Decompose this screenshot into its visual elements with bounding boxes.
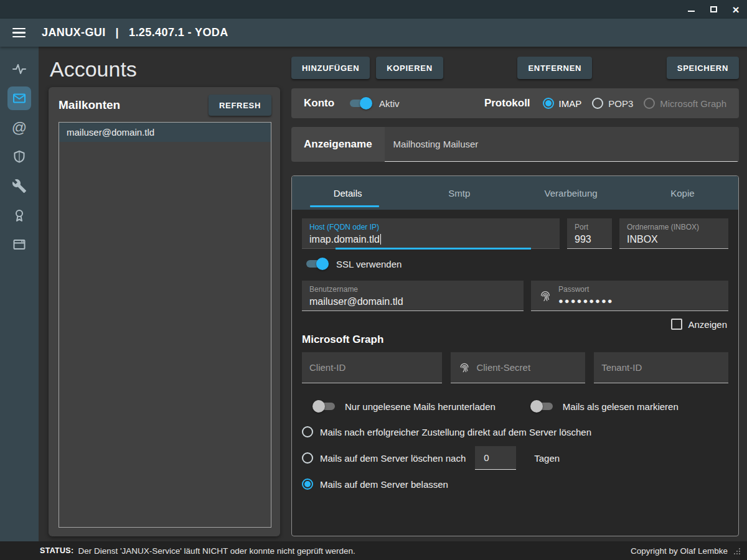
app-name: JANUX-GUI <box>42 26 106 39</box>
display-name-label: Anzeigename <box>304 138 372 151</box>
resize-grip-icon[interactable] <box>733 547 741 555</box>
inbox-field[interactable]: Ordnername (INBOX) INBOX <box>619 218 728 249</box>
side-nav: @ <box>0 47 39 541</box>
username-field[interactable]: Benutzername mailuser@domain.tld <box>302 281 524 311</box>
app-version: 1.25.407.1 - YODA <box>129 26 228 39</box>
status-bar: STATUS: Der Dienst 'JANUX-Service' läuft… <box>0 541 747 560</box>
toolbar: HINZUFÜGEN KOPIEREN ENTFERNEN SPEICHERN <box>291 57 739 79</box>
delete-option-immediate[interactable]: Mails nach erfolgreicher Zustellung dire… <box>302 426 728 437</box>
protocol-option-msgraph: Microsoft Graph <box>644 98 726 109</box>
radio-imap[interactable] <box>543 98 554 109</box>
copyright-text: Copyright by Olaf Lembke <box>631 546 728 556</box>
days-input[interactable]: 0 <box>475 446 516 470</box>
sidebar-item-security[interactable] <box>0 142 39 171</box>
list-item[interactable]: mailuser@domain.tld <box>59 123 271 142</box>
mark-read-label: Mails als gelesen markieren <box>563 401 679 412</box>
msgraph-title: Microsoft Graph <box>302 334 728 346</box>
tab-smtp[interactable]: Smtp <box>403 176 515 210</box>
app-title: JANUX-GUI | 1.25.407.1 - YODA <box>42 26 228 39</box>
show-password-label: Anzeigen <box>688 319 727 330</box>
sidebar-item-certificate[interactable] <box>0 200 39 230</box>
radio-delete-after-days[interactable] <box>302 452 313 464</box>
port-label: Port <box>575 223 604 231</box>
protocol-label: Protokoll <box>484 97 530 110</box>
mail-accounts-panel: Mailkonten REFRESH mailuser@domain.tld <box>49 87 280 536</box>
shield-icon <box>12 149 27 164</box>
save-button[interactable]: SPEICHERN <box>667 57 739 79</box>
client-id-field[interactable]: Client-ID <box>302 352 442 383</box>
password-field[interactable]: Passwort ●●●●●●●●● <box>531 281 728 311</box>
client-secret-field[interactable]: Client-Secret <box>451 352 585 383</box>
text-cursor <box>380 234 381 245</box>
minimize-icon <box>688 11 695 12</box>
remove-button[interactable]: ENTFERNEN <box>517 57 592 79</box>
window-titlebar: × <box>0 0 747 19</box>
sidebar-item-at[interactable]: @ <box>0 113 39 142</box>
focus-underline <box>336 248 532 250</box>
detail-panel: Details Smtp Verarbeitung Kopie Host (FQ… <box>291 175 739 536</box>
ssl-label: SSL verwenden <box>336 259 402 269</box>
mail-accounts-list[interactable]: mailuser@domain.tld <box>59 122 271 528</box>
ssl-toggle[interactable] <box>304 258 328 270</box>
display-name-row: Anzeigename Mailhosting Mailuser <box>291 127 739 162</box>
konto-row: Konto Aktiv Protokoll IMAP POP3 Microsof… <box>291 88 739 118</box>
protocol-option-pop3[interactable]: POP3 <box>592 98 633 109</box>
download-unread-toggle[interactable] <box>313 400 337 413</box>
maximize-button[interactable] <box>702 0 725 19</box>
status-message: Der Dienst 'JANUX-Service' läuft NICHT o… <box>78 546 355 556</box>
password-dots: ●●●●●●●●● <box>558 296 614 306</box>
sidebar-item-tools[interactable] <box>0 171 39 200</box>
minimize-button[interactable] <box>680 0 702 19</box>
delete-option-keep[interactable]: Mails auf dem Server belassen <box>302 478 728 490</box>
add-button[interactable]: HINZUFÜGEN <box>291 57 370 79</box>
menu-icon[interactable] <box>11 26 27 40</box>
radio-pop3[interactable] <box>592 98 603 109</box>
wrench-icon <box>12 179 27 194</box>
radio-msgraph <box>644 98 655 109</box>
page-title: Accounts <box>50 57 280 82</box>
radio-keep-on-server[interactable] <box>302 478 313 490</box>
close-icon: × <box>732 4 739 16</box>
mail-accounts-title: Mailkonten <box>59 98 120 112</box>
fingerprint-icon <box>538 289 552 303</box>
username-label: Benutzername <box>309 285 516 294</box>
radio-delete-immediate[interactable] <box>302 426 313 437</box>
inbox-label: Ordnername (INBOX) <box>627 223 721 231</box>
konto-active-toggle[interactable] <box>348 97 372 110</box>
tab-verarbeitung[interactable]: Verarbeitung <box>515 176 627 210</box>
show-password-checkbox[interactable] <box>671 319 682 330</box>
refresh-button[interactable]: REFRESH <box>209 95 271 116</box>
tenant-id-field[interactable]: Tenant-ID <box>594 352 728 383</box>
sidebar-item-activity[interactable] <box>0 54 39 83</box>
days-suffix: Tagen <box>534 453 560 464</box>
copy-button[interactable]: KOPIEREN <box>376 57 443 79</box>
at-sign-icon: @ <box>12 120 27 135</box>
mail-icon <box>12 91 27 106</box>
app-window-icon <box>12 237 27 252</box>
konto-label: Konto <box>304 97 334 110</box>
sidebar-item-mail[interactable] <box>0 83 39 113</box>
maximize-icon <box>710 6 717 12</box>
main-content: Accounts Mailkonten REFRESH mailuser@dom… <box>39 47 747 541</box>
mark-read-toggle[interactable] <box>531 400 555 413</box>
protocol-option-imap[interactable]: IMAP <box>543 98 582 109</box>
download-unread-label: Nur ungelesene Mails herunterladen <box>345 401 496 412</box>
delete-option-after-days[interactable]: Mails auf dem Server löschen nach 0 Tage… <box>302 446 728 470</box>
host-field[interactable]: Host (FQDN oder IP) imap.domain.tld <box>302 218 560 249</box>
fingerprint-icon <box>458 362 471 374</box>
tab-bar: Details Smtp Verarbeitung Kopie <box>292 176 738 210</box>
certificate-icon <box>12 208 27 223</box>
status-label: STATUS: <box>40 546 73 555</box>
tab-content-details: Host (FQDN oder IP) imap.domain.tld Port… <box>292 210 738 536</box>
app-bar: JANUX-GUI | 1.25.407.1 - YODA <box>0 19 747 47</box>
app-title-separator: | <box>116 26 119 39</box>
sidebar-item-app-window[interactable] <box>0 230 39 259</box>
close-button[interactable]: × <box>725 0 747 19</box>
konto-active-label: Aktiv <box>379 98 400 109</box>
tab-kopie[interactable]: Kopie <box>627 176 738 210</box>
port-field[interactable]: Port 993 <box>567 218 612 249</box>
display-name-input[interactable]: Mailhosting Mailuser <box>385 127 739 162</box>
activity-icon <box>12 62 27 77</box>
password-label: Passwort <box>558 285 614 294</box>
tab-details[interactable]: Details <box>292 176 403 210</box>
